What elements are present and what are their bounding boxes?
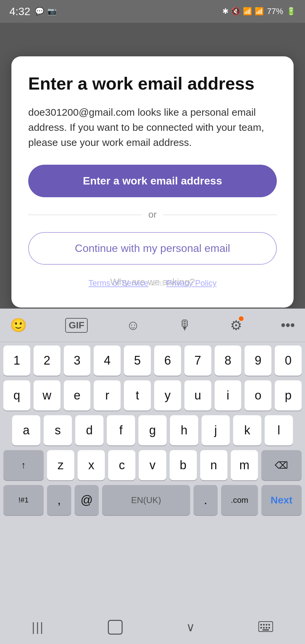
mute-icon: 🔇	[231, 7, 240, 16]
terms-link[interactable]: Terms of Service	[88, 278, 148, 287]
svg-rect-1	[260, 624, 262, 626]
microphone-icon[interactable]: 🎙	[178, 318, 192, 333]
more-icon[interactable]: •••	[281, 318, 295, 333]
key-m[interactable]: m	[231, 450, 258, 480]
settings-icon[interactable]: ⚙	[230, 318, 242, 333]
svg-rect-8	[268, 627, 270, 629]
key-8[interactable]: 8	[215, 345, 242, 376]
symbol-key[interactable]: !#1	[3, 485, 44, 515]
keyboard-area: 🙂 GIF ☺ 🎙 ⚙ ••• 1 2 3 4 5 6 7 8 9 0 q w …	[0, 309, 305, 644]
dialog-title: Enter a work email address	[28, 73, 277, 94]
svg-rect-3	[266, 624, 267, 626]
privacy-link[interactable]: Privacy Policy	[166, 278, 216, 287]
key-6[interactable]: 6	[154, 345, 181, 376]
key-z[interactable]: z	[47, 450, 74, 480]
key-y[interactable]: y	[154, 380, 181, 411]
modal-overlay: Enter a work email address doe301200@gma…	[0, 23, 305, 309]
key-g[interactable]: g	[138, 415, 167, 445]
svg-rect-4	[268, 624, 270, 626]
battery-icon: 🔋	[287, 7, 296, 16]
backspace-key[interactable]: ⌫	[261, 450, 302, 480]
asdf-row: a s d f g h j k l	[3, 415, 302, 445]
key-n[interactable]: n	[200, 450, 227, 480]
key-u[interactable]: u	[184, 380, 211, 411]
status-bar-left: 4:32 💬 📷	[9, 5, 56, 18]
email-dialog: Enter a work email address doe301200@gma…	[11, 56, 294, 308]
key-q[interactable]: q	[3, 380, 30, 411]
period-key[interactable]: .	[193, 485, 218, 515]
key-h[interactable]: h	[170, 415, 198, 445]
wifi-icon: 📶	[243, 7, 252, 16]
svg-rect-9	[262, 629, 269, 631]
key-p[interactable]: p	[275, 380, 302, 411]
shift-key[interactable]: ↑	[3, 450, 44, 480]
messenger-icon: 💬	[35, 7, 44, 16]
continue-personal-email-button[interactable]: Continue with my personal email	[28, 232, 277, 265]
divider-text: or	[148, 209, 157, 220]
key-4[interactable]: 4	[94, 345, 121, 376]
key-v[interactable]: v	[139, 450, 166, 480]
key-1[interactable]: 1	[3, 345, 30, 376]
key-9[interactable]: 9	[245, 345, 271, 376]
key-c[interactable]: c	[108, 450, 135, 480]
key-d[interactable]: d	[75, 415, 103, 445]
key-r[interactable]: r	[94, 380, 121, 411]
nav-bar: ||| ∨	[0, 610, 305, 644]
spacebar-key[interactable]: EN(UK)	[102, 485, 190, 515]
svg-rect-5	[260, 627, 262, 629]
key-a[interactable]: a	[12, 415, 40, 445]
bottom-row: !#1 , @ EN(UK) . .com Next	[3, 485, 302, 515]
recent-nav-button[interactable]: ∨	[186, 620, 195, 634]
key-o[interactable]: o	[245, 380, 271, 411]
home-nav-button[interactable]	[108, 620, 123, 635]
emoji-icon[interactable]: ☺	[126, 318, 140, 333]
key-0[interactable]: 0	[275, 345, 302, 376]
terms-privacy-text: Terms of Service and Privacy Policy	[88, 278, 216, 287]
enter-work-email-button[interactable]: Enter a work email address	[28, 165, 277, 197]
key-3[interactable]: 3	[64, 345, 91, 376]
notification-dot	[239, 316, 244, 321]
battery-level: 77%	[267, 7, 283, 16]
key-5[interactable]: 5	[124, 345, 151, 376]
key-2[interactable]: 2	[34, 345, 60, 376]
zxcv-row: ↑ z x c v b n m ⌫	[3, 450, 302, 480]
dotcom-key[interactable]: .com	[221, 485, 258, 515]
status-icons: 💬 📷	[35, 7, 56, 16]
keyboard-nav-button[interactable]	[258, 621, 273, 633]
key-l[interactable]: l	[265, 415, 293, 445]
number-row: 1 2 3 4 5 6 7 8 9 0	[3, 345, 302, 376]
key-w[interactable]: w	[34, 380, 60, 411]
sticker-icon[interactable]: 🙂	[10, 317, 27, 333]
at-key[interactable]: @	[75, 485, 99, 515]
key-i[interactable]: i	[215, 380, 242, 411]
key-b[interactable]: b	[170, 450, 197, 480]
key-k[interactable]: k	[233, 415, 261, 445]
svg-rect-2	[263, 624, 265, 626]
status-bar-right: ✱ 🔇 📶 📶 77% 🔋	[222, 7, 296, 16]
divider-row: or	[28, 209, 277, 220]
key-7[interactable]: 7	[184, 345, 211, 376]
key-j[interactable]: j	[202, 415, 230, 445]
status-bar: 4:32 💬 📷 ✱ 🔇 📶 📶 77% 🔋	[0, 0, 305, 23]
bottom-links: Terms of Service and Privacy Policy	[0, 275, 305, 291]
svg-rect-7	[266, 627, 267, 629]
keyboard-toolbar: 🙂 GIF ☺ 🎙 ⚙ •••	[0, 309, 305, 342]
dialog-body: doe301200@gmail.com looks like a persona…	[28, 105, 277, 150]
bluetooth-icon: ✱	[222, 7, 228, 16]
back-nav-button[interactable]: |||	[32, 620, 44, 634]
gif-button[interactable]: GIF	[65, 318, 88, 333]
signal-icon: 📶	[255, 7, 264, 16]
key-s[interactable]: s	[44, 415, 72, 445]
video-icon: 📷	[47, 7, 56, 16]
status-time: 4:32	[9, 5, 30, 18]
key-e[interactable]: e	[64, 380, 91, 411]
key-x[interactable]: x	[78, 450, 105, 480]
svg-rect-6	[263, 627, 265, 629]
status-right-icons: ✱ 🔇 📶 📶	[222, 7, 264, 16]
key-t[interactable]: t	[124, 380, 151, 411]
next-key[interactable]: Next	[261, 485, 302, 515]
key-f[interactable]: f	[107, 415, 135, 445]
keyboard-keys: 1 2 3 4 5 6 7 8 9 0 q w e r t y u i o p …	[0, 342, 305, 515]
divider-line-right	[163, 215, 277, 215]
comma-key[interactable]: ,	[47, 485, 71, 515]
